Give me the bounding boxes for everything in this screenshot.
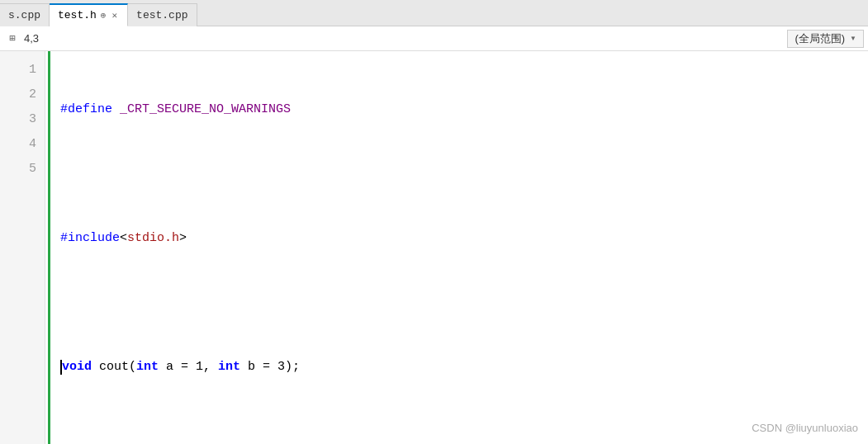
keyword-int-1: int (136, 357, 159, 377)
tab-test-h[interactable]: test.h ⊕ ✕ (50, 3, 128, 26)
code-line-1: #define _CRT_SECURE_NO_WARNINGS (60, 97, 868, 122)
macro-name: _CRT_SECURE_NO_WARNINGS (120, 100, 291, 120)
code-line-3: #include<stdio.h> (60, 226, 868, 251)
line-numbers: 1 2 3 4 5 (0, 51, 45, 444)
code-content[interactable]: #define _CRT_SECURE_NO_WARNINGS #include… (50, 51, 868, 444)
code-space (112, 100, 120, 120)
scope-dropdown[interactable]: (全局范围) (787, 30, 864, 48)
tab-label: test.cpp (136, 9, 187, 21)
tab-bar: s.cpp test.h ⊕ ✕ test.cpp (0, 0, 868, 26)
keyword-define: #define (60, 100, 112, 120)
header-file: stdio.h (127, 229, 179, 248)
tab-label: s.cpp (8, 9, 40, 21)
dirty-indicator: ⊕ (101, 10, 107, 21)
line-num-3: 3 (0, 107, 45, 132)
keyword-void: void (62, 357, 92, 377)
cursor-position: 4,3 (24, 32, 787, 45)
line-num-5: 5 (0, 157, 45, 182)
line-num-2: 2 (0, 83, 45, 107)
watermark: CSDN @liuyunluoxiao (752, 422, 858, 434)
location-icon: ⊞ (4, 31, 21, 47)
close-tab-button[interactable]: ✕ (110, 9, 119, 21)
location-bar: ⊞ 4,3 (全局范围) (0, 26, 868, 51)
tab-label: test.h (58, 9, 97, 21)
code-editor: 1 2 3 4 5 #define _CRT_SECURE_NO_WARNING… (0, 51, 868, 444)
keyword-int-2: int (218, 357, 240, 377)
code-line-4 (60, 290, 868, 315)
line-num-4: 4 (0, 132, 45, 157)
code-line-5: void cout(int a = 1, int b = 3); (60, 355, 868, 380)
keyword-include: #include (60, 229, 120, 248)
line-num-1: 1 (0, 58, 45, 83)
tab-s-cpp[interactable]: s.cpp (0, 3, 50, 26)
tab-test-cpp[interactable]: test.cpp (128, 3, 197, 26)
code-line-2 (60, 162, 868, 187)
